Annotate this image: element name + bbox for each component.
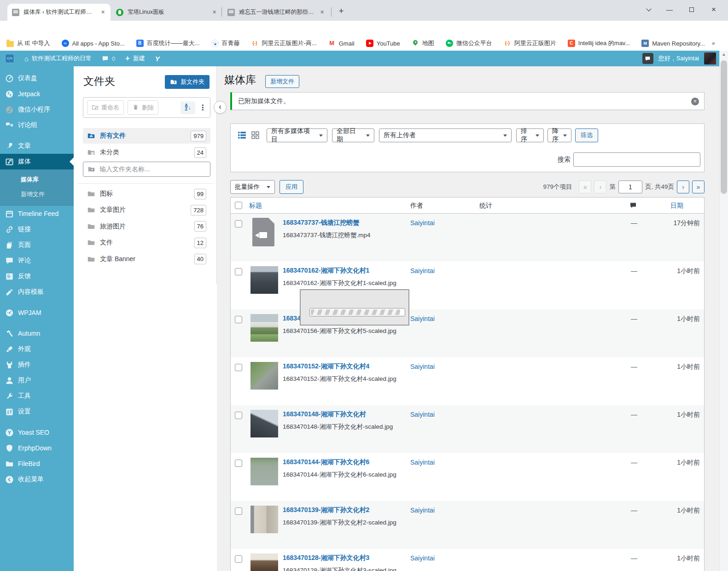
- bookmark-item[interactable]: 阿里云正版图片-商...: [251, 39, 317, 47]
- filter-button[interactable]: 筛选: [575, 128, 598, 142]
- sidebar-item-feedback[interactable]: 反馈: [0, 268, 74, 284]
- add-new-media-button[interactable]: 新增文件: [265, 75, 299, 88]
- adminbar-new-link[interactable]: + 新建: [120, 51, 150, 66]
- browser-tab[interactable]: 宝塔Linux面板×: [111, 4, 222, 21]
- sidebar-item-folder[interactable]: FileBird: [0, 456, 74, 472]
- folder-search-input[interactable]: 输入文件夹名称...: [83, 162, 210, 177]
- sidebar-item-autumn[interactable]: Autumn: [0, 326, 74, 341]
- browser-tab[interactable]: 媒体库 ‹ 软件测试工程师的日常×: [7, 4, 111, 21]
- folder-item[interactable]: 文章图片728: [83, 202, 210, 218]
- adminbar-site-link[interactable]: ⌂ 软件测试工程师的日常: [19, 51, 97, 66]
- media-title-link[interactable]: 1683470148-湘湖下孙文化村: [283, 410, 366, 419]
- sidebar-item-yoast[interactable]: Yoast SEO: [0, 425, 74, 440]
- date-filter-select[interactable]: 全部日期: [332, 128, 374, 142]
- sort-select[interactable]: 排序: [516, 128, 544, 142]
- sidebar-item-calendar[interactable]: Timeline Feed: [0, 206, 74, 221]
- media-title-link[interactable]: 1683470144-湘湖下孙文化村6: [283, 458, 369, 466]
- page-scrollbar[interactable]: ▲: [719, 51, 728, 571]
- row-checkbox[interactable]: [235, 412, 242, 419]
- media-title-link[interactable]: 1683470152-湘湖下孙文化村4: [283, 362, 369, 371]
- folder-all-files[interactable]: 所有文件 979: [83, 128, 210, 144]
- next-page-button[interactable]: ›: [677, 181, 689, 193]
- select-all-checkbox[interactable]: [235, 202, 242, 209]
- author-link[interactable]: Saiyintai: [410, 315, 435, 322]
- bookmarks-overflow-chevron[interactable]: »: [712, 36, 715, 51]
- scrollbar-up-arrow[interactable]: ▲: [720, 52, 728, 57]
- collapse-folder-panel-button[interactable]: ‹: [214, 101, 227, 114]
- adminbar-greeting[interactable]: 您好，Saiyintai: [658, 54, 699, 63]
- last-page-button[interactable]: »: [692, 181, 705, 193]
- rename-folder-button[interactable]: 重命名: [87, 100, 124, 115]
- order-select[interactable]: 降序: [547, 128, 571, 142]
- sidebar-item-media[interactable]: 媒体: [0, 154, 74, 169]
- folder-item[interactable]: 旅游图片76: [83, 219, 210, 234]
- sidebar-item-plugin[interactable]: 插件: [0, 357, 74, 373]
- column-title[interactable]: 标题: [249, 198, 262, 213]
- sidebar-item-dashboard[interactable]: 仪表盘: [0, 70, 74, 86]
- bookmark-item[interactable]: Gmail: [328, 40, 355, 47]
- user-avatar[interactable]: [704, 52, 716, 64]
- list-view-icon[interactable]: [236, 129, 247, 140]
- sidebar-item-groups[interactable]: 讨论组: [0, 117, 74, 133]
- scrollbar-thumb[interactable]: [721, 60, 727, 194]
- sidebar-item-users[interactable]: 用户: [0, 373, 74, 388]
- browser-tab[interactable]: 难忘五一游钱塘江畔的那些美好...×: [223, 4, 330, 21]
- bookmark-item[interactable]: YouTube: [366, 40, 400, 47]
- author-link[interactable]: Saiyintai: [410, 267, 435, 274]
- media-type-select[interactable]: 所有多媒体项目: [267, 128, 327, 142]
- row-checkbox[interactable]: [235, 316, 242, 323]
- author-link[interactable]: Saiyintai: [410, 554, 435, 562]
- media-title-link[interactable]: 1683473737-钱塘江挖螃蟹: [283, 219, 360, 227]
- sidebar-subitem[interactable]: 新增文件: [0, 187, 74, 202]
- row-checkbox[interactable]: [235, 364, 242, 371]
- sort-folders-button[interactable]: AZ ↓: [181, 101, 195, 114]
- chevron-down-icon[interactable]: [641, 3, 656, 17]
- apply-button[interactable]: 应用: [280, 180, 303, 194]
- new-folder-button[interactable]: 新文件夹: [165, 75, 210, 89]
- adminbar-yoast-link[interactable]: Y: [150, 51, 165, 66]
- author-link[interactable]: Saiyintai: [410, 219, 435, 227]
- sidebar-item-jetpack[interactable]: Jetpack: [0, 86, 74, 102]
- close-window-button[interactable]: ×: [706, 3, 721, 17]
- site-logo[interactable]: </>: [0, 51, 19, 66]
- sidebar-item-collapse[interactable]: 收起菜单: [0, 472, 74, 487]
- folder-item[interactable]: 文件12: [83, 235, 210, 251]
- tab-close-icon[interactable]: ×: [99, 8, 107, 16]
- new-tab-button[interactable]: +: [335, 5, 347, 17]
- row-checkbox[interactable]: [235, 555, 242, 563]
- bookmark-item[interactable]: Intellij idea 的mav...: [568, 39, 630, 47]
- bookmark-item[interactable]: 地图: [412, 39, 434, 47]
- adminbar-chat-icon[interactable]: [642, 53, 653, 64]
- row-checkbox[interactable]: [235, 507, 242, 515]
- sidebar-item-tools[interactable]: 工具: [0, 388, 74, 404]
- bookmark-item[interactable]: Maven Repository...: [641, 40, 705, 47]
- delete-folder-button[interactable]: 删除: [128, 100, 158, 115]
- folder-item[interactable]: 文章 Banner40: [83, 251, 210, 267]
- bookmark-item[interactable]: 百度统计——最大...: [136, 39, 200, 47]
- media-search-input[interactable]: [573, 152, 700, 167]
- bookmark-item[interactable]: 百青藤: [211, 39, 240, 47]
- bookmark-item[interactable]: All apps - App Sto...: [62, 40, 125, 47]
- grid-view-icon[interactable]: [250, 129, 261, 140]
- maximize-button[interactable]: [684, 3, 699, 17]
- sidebar-subitem[interactable]: 媒体库: [0, 172, 74, 187]
- minimize-button[interactable]: —: [662, 3, 677, 17]
- adminbar-comments-link[interactable]: 0: [97, 51, 120, 66]
- sidebar-item-link[interactable]: 链接: [0, 221, 74, 237]
- bookmark-item[interactable]: 从 IE 中导入: [6, 39, 50, 47]
- sidebar-item-settings[interactable]: 设置: [0, 404, 74, 420]
- sidebar-item-template[interactable]: 内容模板: [0, 284, 74, 300]
- sidebar-item-pages[interactable]: 页面: [0, 237, 74, 253]
- column-date[interactable]: 日期: [670, 198, 683, 213]
- row-checkbox[interactable]: [235, 460, 242, 467]
- current-page-input[interactable]: 1: [618, 181, 642, 193]
- sidebar-item-shield[interactable]: ErphpDown: [0, 440, 74, 456]
- media-title-link[interactable]: 1683470162-湘湖下孙文化村1: [283, 267, 369, 275]
- media-title-link[interactable]: 1683470128-湘湖下孙文化村3: [283, 554, 369, 562]
- uploader-filter-select[interactable]: 所有上传者: [379, 128, 512, 142]
- bulk-action-select[interactable]: 批量操作: [230, 180, 275, 194]
- sidebar-item-appearance[interactable]: 外观: [0, 341, 74, 357]
- author-link[interactable]: Saiyintai: [410, 411, 435, 418]
- tab-close-icon[interactable]: ×: [210, 8, 218, 16]
- tab-close-icon[interactable]: ×: [318, 8, 326, 16]
